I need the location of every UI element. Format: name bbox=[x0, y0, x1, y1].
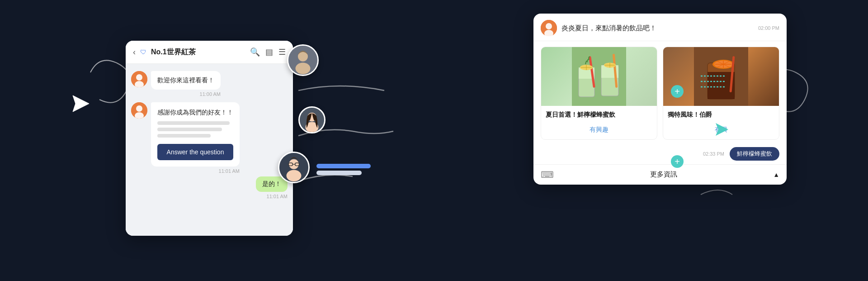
progress-lines bbox=[316, 162, 398, 176]
plus-button-1[interactable]: + bbox=[671, 85, 684, 98]
float-avatar-1 bbox=[287, 44, 319, 76]
question-title: 感謝你成為我們的好友！！ bbox=[157, 109, 233, 117]
question-lines bbox=[157, 121, 233, 138]
menu-icon[interactable]: ☰ bbox=[278, 47, 286, 57]
product-reply-row: 02:33 PM 鮮檸檬蜂蜜飲 bbox=[533, 145, 787, 164]
chat-header-icons: 🔍 ▤ ☰ bbox=[250, 47, 286, 57]
svg-point-2 bbox=[136, 74, 142, 81]
product-reply-chip: 鮮檸檬蜂蜜飲 bbox=[730, 147, 779, 161]
product-header-time: 02:00 PM bbox=[758, 25, 779, 31]
arrow-right-icon bbox=[714, 121, 730, 139]
product-header-text: 炎炎夏日，來點消暑的飲品吧！ bbox=[561, 24, 656, 33]
chat-header: ‹ 🛡 No.1世界紅茶 🔍 ▤ ☰ bbox=[126, 41, 293, 64]
back-button[interactable]: ‹ bbox=[133, 48, 136, 57]
more-info-label: 更多資訊 bbox=[557, 170, 769, 179]
q-line-1 bbox=[157, 121, 230, 125]
chat-mockup: ‹ 🛡 No.1世界紅茶 🔍 ▤ ☰ bbox=[126, 41, 293, 236]
product-cards: 夏日首選！鮮檸檬蜂蜜飲 有興趣 bbox=[533, 41, 787, 145]
svg-rect-50 bbox=[316, 171, 362, 175]
search-icon[interactable]: 🔍 bbox=[250, 47, 260, 57]
float-avatar-3 bbox=[278, 152, 310, 183]
chat-title: No.1世界紅茶 bbox=[151, 48, 245, 57]
msg-out-time: 11:01 AM bbox=[267, 194, 288, 199]
svg-point-18 bbox=[287, 170, 302, 181]
plus-button-2[interactable]: + bbox=[671, 155, 684, 168]
product-header-avatar bbox=[541, 20, 557, 36]
chat-body: 歡迎你來這裡看看！ 11:00 AM 感謝你成為我們 bbox=[126, 64, 293, 236]
msg-time-2: 11:01 AM bbox=[151, 168, 240, 174]
product-header-msg: 炎炎夏日，來點消暑的飲品吧！ 02:00 PM bbox=[533, 14, 787, 41]
bot-avatar-1 bbox=[131, 71, 147, 87]
product-card-title-1: 夏日首選！鮮檸檬蜂蜜飲 bbox=[546, 110, 652, 119]
float-avatar-2 bbox=[298, 106, 326, 133]
msg-bubble-1: 歡迎你來這裡看看！ bbox=[151, 71, 221, 90]
shield-icon: 🛡 bbox=[140, 48, 146, 56]
svg-marker-48 bbox=[716, 123, 728, 136]
bot-avatar-2 bbox=[131, 102, 147, 119]
msg-bubble-wrap-1: 歡迎你來這裡看看！ 11:00 AM bbox=[151, 71, 221, 97]
svg-marker-0 bbox=[73, 95, 89, 112]
arrow-left-icon bbox=[70, 93, 92, 114]
product-reply-time: 02:33 PM bbox=[703, 151, 724, 157]
msg-bubble-wrap-2: 感謝你成為我們的好友！！ Answer the question 11:01 A… bbox=[151, 102, 240, 174]
msg-text-1: 歡迎你來這裡看看！ bbox=[157, 76, 214, 84]
msg-time-1: 11:00 AM bbox=[151, 91, 221, 97]
question-card: 感謝你成為我們的好友！！ Answer the question bbox=[151, 102, 240, 167]
expand-arrow-icon: ▲ bbox=[773, 171, 779, 178]
product-footer[interactable]: ⌨ 更多資訊 ▲ bbox=[533, 164, 787, 185]
product-mockup: 炎炎夏日，來點消暑的飲品吧！ 02:00 PM bbox=[533, 14, 787, 185]
product-card-title-2: 獨特風味！伯爵 bbox=[668, 110, 774, 119]
svg-point-20 bbox=[546, 23, 552, 29]
msg-out-row: 是的！ 11:01 AM bbox=[131, 176, 288, 199]
scene: ‹ 🛡 No.1世界紅茶 🔍 ▤ ☰ bbox=[0, 0, 868, 281]
message-row-2-avatar: 感謝你成為我們的好友！！ Answer the question 11:01 A… bbox=[131, 102, 288, 174]
product-card-img-1 bbox=[541, 47, 657, 106]
keyboard-icon: ⌨ bbox=[541, 169, 554, 180]
product-card-1: 夏日首選！鮮檸檬蜂蜜飲 有興趣 bbox=[541, 47, 657, 140]
q-line-2 bbox=[157, 128, 222, 131]
msg-out-wrap: 是的！ 11:01 AM bbox=[256, 176, 288, 199]
deco-dash-lines bbox=[701, 72, 737, 90]
product-card-body-1: 夏日首選！鮮檸檬蜂蜜飲 有興趣 bbox=[541, 106, 657, 139]
message-row-1: 歡迎你來這裡看看！ 11:00 AM bbox=[131, 71, 288, 97]
list-icon[interactable]: ▤ bbox=[265, 47, 273, 57]
svg-rect-49 bbox=[316, 164, 371, 168]
svg-point-9 bbox=[296, 62, 311, 74]
answer-question-button[interactable]: Answer the question bbox=[157, 144, 233, 160]
svg-point-5 bbox=[136, 105, 142, 112]
product-card-link-1[interactable]: 有興趣 bbox=[546, 123, 652, 137]
q-line-3 bbox=[157, 134, 211, 138]
